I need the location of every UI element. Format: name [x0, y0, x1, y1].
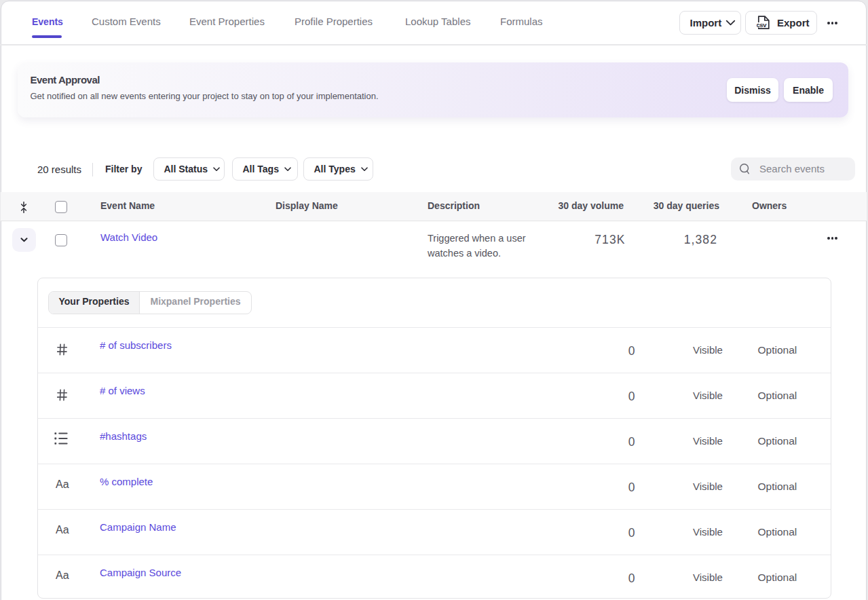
svg-text:csv: csv — [757, 22, 767, 29]
